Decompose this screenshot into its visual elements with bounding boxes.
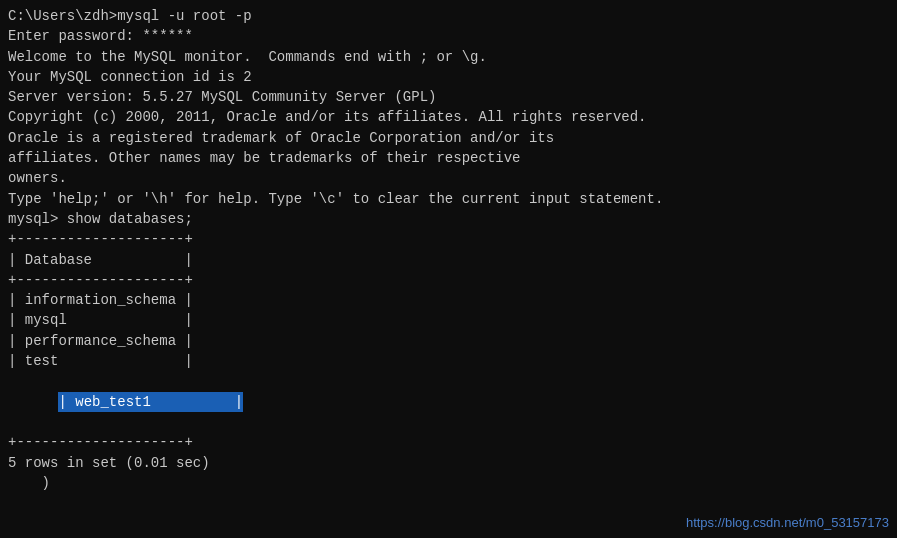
terminal-line: affiliates. Other names may be trademark…: [8, 148, 889, 168]
terminal-line: Server version: 5.5.27 MySQL Community S…: [8, 87, 889, 107]
terminal-line: Type 'help;' or '\h' for help. Type '\c'…: [8, 189, 889, 209]
table-row-highlighted: | web_test1 |: [8, 371, 889, 432]
highlighted-cell: | web_test1 |: [58, 392, 243, 412]
terminal-line: C:\Users\zdh>mysql -u root -p: [8, 6, 889, 26]
terminal-window: C:\Users\zdh>mysql -u root -p Enter pass…: [0, 0, 897, 538]
table-row: | performance_schema |: [8, 331, 889, 351]
table-border-top: +--------------------+: [8, 229, 889, 249]
terminal-line: Oracle is a registered trademark of Orac…: [8, 128, 889, 148]
terminal-line: ): [8, 473, 889, 493]
table-border-bottom: +--------------------+: [8, 432, 889, 452]
table-row: | test |: [8, 351, 889, 371]
result-count: 5 rows in set (0.01 sec): [8, 453, 889, 473]
table-row: | information_schema |: [8, 290, 889, 310]
mysql-prompt-line: mysql> show databases;: [8, 209, 889, 229]
terminal-line: Copyright (c) 2000, 2011, Oracle and/or …: [8, 107, 889, 127]
terminal-output: C:\Users\zdh>mysql -u root -p Enter pass…: [8, 6, 889, 493]
table-header-border: +--------------------+: [8, 270, 889, 290]
terminal-line: owners.: [8, 168, 889, 188]
table-header: | Database |: [8, 250, 889, 270]
terminal-line: Your MySQL connection id is 2: [8, 67, 889, 87]
terminal-line: Welcome to the MySQL monitor. Commands e…: [8, 47, 889, 67]
terminal-line: Enter password: ******: [8, 26, 889, 46]
table-row: | mysql |: [8, 310, 889, 330]
watermark: https://blog.csdn.net/m0_53157173: [686, 515, 889, 530]
